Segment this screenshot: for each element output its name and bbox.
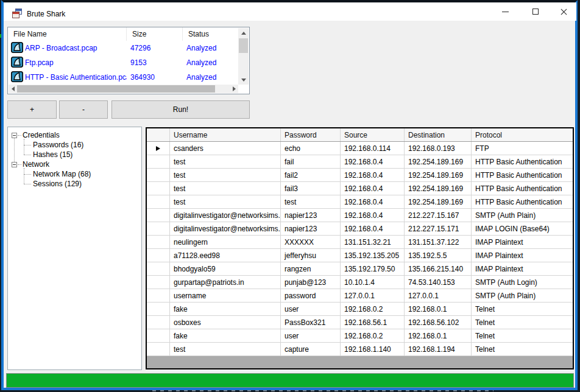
- grid-cell[interactable]: test: [170, 195, 281, 208]
- grid-cell[interactable]: a71128.eed98: [170, 249, 281, 262]
- grid-cell[interactable]: napier123: [281, 222, 341, 235]
- grid-cell[interactable]: SMTP (Auth Plain): [472, 209, 573, 222]
- tree-node-network[interactable]: Network: [10, 159, 141, 169]
- grid-cell[interactable]: 192.168.0.4: [341, 209, 405, 222]
- grid-cell[interactable]: 192.168.1.140: [341, 343, 405, 355]
- grid-cell[interactable]: 192.168.0.193: [405, 142, 472, 155]
- table-row[interactable]: osboxesPassBox321192.168.56.1192.168.56.…: [147, 316, 573, 329]
- column-header-protocol[interactable]: Protocol: [472, 128, 573, 141]
- minimize-button[interactable]: [495, 2, 515, 21]
- grid-cell[interactable]: test: [170, 182, 281, 195]
- tree-leaf-passwords[interactable]: Passwords (16): [24, 140, 141, 150]
- remove-file-button[interactable]: -: [59, 100, 108, 119]
- column-header-source[interactable]: Source: [341, 128, 405, 141]
- file-row[interactable]: Ftp.pcap9153Analyzed: [8, 55, 249, 70]
- table-row[interactable]: fakeuser192.168.0.2192.168.0.1Telnet: [147, 329, 573, 343]
- grid-cell[interactable]: IMAP Plaintext: [472, 249, 573, 262]
- collapse-minus-icon[interactable]: [12, 133, 17, 138]
- grid-cell[interactable]: Telnet: [472, 303, 573, 315]
- grid-cell[interactable]: password: [281, 289, 341, 302]
- grid-cell[interactable]: digitalinvestigator@networksims.com: [170, 222, 281, 235]
- grid-cell[interactable]: 192.168.0.114: [341, 142, 405, 155]
- grid-cell[interactable]: user: [281, 303, 341, 315]
- grid-cell[interactable]: 192.168.0.4: [341, 155, 405, 168]
- grid-cell[interactable]: bhodgyalo59: [170, 262, 281, 275]
- grid-cell[interactable]: HTTP Basic Authentication: [472, 169, 573, 181]
- add-file-button[interactable]: +: [7, 100, 57, 119]
- grid-cell[interactable]: 192.168.1.194: [405, 343, 472, 355]
- grid-cell[interactable]: HTTP Basic Authentication: [472, 155, 573, 168]
- column-header-password[interactable]: Password: [281, 128, 341, 141]
- row-selector-cell[interactable]: [147, 195, 170, 208]
- grid-cell[interactable]: echo: [281, 142, 341, 155]
- grid-cell[interactable]: 192.254.189.169: [405, 155, 472, 168]
- grid-cell[interactable]: 192.168.0.4: [341, 222, 405, 235]
- grid-cell[interactable]: 135.166.215.140: [405, 262, 472, 275]
- grid-cell[interactable]: 127.0.0.1: [405, 289, 472, 302]
- grid-cell[interactable]: neulingern: [170, 236, 281, 248]
- grid-cell[interactable]: napier123: [281, 209, 341, 222]
- grid-cell[interactable]: IMAP LOGIN (Base64): [472, 222, 573, 235]
- grid-cell[interactable]: SMTP (Auth Login): [472, 276, 573, 289]
- grid-cell[interactable]: 192.168.0.2: [341, 303, 405, 315]
- horizontal-scrollbar-thumb[interactable]: [17, 85, 215, 93]
- table-row[interactable]: digitalinvestigator@networksims.comnapie…: [147, 222, 573, 236]
- grid-cell[interactable]: fail: [281, 155, 341, 168]
- grid-cell[interactable]: username: [170, 289, 281, 302]
- table-row[interactable]: usernamepassword127.0.0.1127.0.0.1SMTP (…: [147, 289, 573, 303]
- file-row[interactable]: ARP - Broadcast.pcap47296Analyzed: [8, 41, 249, 55]
- grid-cell[interactable]: 135.192.179.50: [341, 262, 405, 275]
- row-selector-cell[interactable]: [147, 316, 170, 329]
- grid-cell[interactable]: HTTP Basic Authentication: [472, 195, 573, 208]
- grid-cell[interactable]: PassBox321: [281, 316, 341, 329]
- grid-cell[interactable]: 192.168.0.1: [405, 303, 472, 315]
- table-row[interactable]: testfail3192.168.0.4192.254.189.169HTTP …: [147, 182, 573, 195]
- grid-cell[interactable]: 192.168.0.2: [341, 329, 405, 342]
- grid-cell[interactable]: gurpartap@patriots.in: [170, 276, 281, 289]
- vertical-scrollbar-thumb[interactable]: [239, 38, 248, 53]
- table-row[interactable]: bhodgyalo59rangzen135.192.179.50135.166.…: [147, 262, 573, 276]
- grid-cell[interactable]: csanders: [170, 142, 281, 155]
- grid-cell[interactable]: osboxes: [170, 316, 281, 329]
- row-selector-cell[interactable]: [147, 169, 170, 181]
- grid-cell[interactable]: 131.151.37.122: [405, 236, 472, 248]
- grid-cell[interactable]: fake: [170, 303, 281, 315]
- chevron-right-icon[interactable]: [230, 85, 238, 93]
- grid-cell[interactable]: 192.168.0.4: [341, 182, 405, 195]
- grid-cell[interactable]: fake: [170, 329, 281, 342]
- table-row[interactable]: testfail2192.168.0.4192.254.189.169HTTP …: [147, 169, 573, 182]
- file-list-vertical-scrollbar[interactable]: [238, 28, 249, 85]
- row-selector-cell[interactable]: [147, 142, 170, 155]
- table-row[interactable]: a71128.eed98jefferyhsu135.192.135.205135…: [147, 249, 573, 262]
- grid-cell[interactable]: 212.227.15.171: [405, 222, 472, 235]
- grid-cell[interactable]: 135.192.135.205: [341, 249, 405, 262]
- grid-cell[interactable]: digitalinvestigator@networksims.com: [170, 209, 281, 222]
- row-selector-cell[interactable]: [147, 222, 170, 235]
- grid-cell[interactable]: fail3: [281, 182, 341, 195]
- column-header-username[interactable]: Username: [170, 128, 281, 141]
- table-row[interactable]: fakeuser192.168.0.2192.168.0.1Telnet: [147, 303, 573, 316]
- row-selector-cell[interactable]: [147, 209, 170, 222]
- row-selector-cell[interactable]: [147, 249, 170, 262]
- grid-cell[interactable]: 131.151.32.21: [341, 236, 405, 248]
- grid-cell[interactable]: FTP: [472, 142, 573, 155]
- grid-cell[interactable]: punjab@123: [281, 276, 341, 289]
- column-header-destination[interactable]: Destination: [405, 128, 472, 141]
- table-row[interactable]: csandersecho192.168.0.114192.168.0.193FT…: [147, 142, 573, 155]
- grid-cell[interactable]: user: [281, 329, 341, 342]
- grid-cell[interactable]: 192.168.0.4: [341, 195, 405, 208]
- titlebar[interactable]: Brute Shark: [4, 2, 576, 21]
- row-selector-cell[interactable]: [147, 262, 170, 275]
- table-row[interactable]: neulingernXXXXXX131.151.32.21131.151.37.…: [147, 236, 573, 249]
- close-button[interactable]: [553, 2, 574, 21]
- grid-cell[interactable]: 192.254.189.169: [405, 169, 472, 181]
- grid-cell[interactable]: 135.192.5.5: [405, 249, 472, 262]
- grid-cell[interactable]: IMAP Plaintext: [472, 236, 573, 248]
- grid-cell[interactable]: capture: [281, 343, 341, 355]
- tree-node-credentials[interactable]: Credentials: [10, 130, 141, 140]
- table-row[interactable]: gurpartap@patriots.inpunjab@12310.10.1.4…: [147, 276, 573, 289]
- grid-cell[interactable]: 74.53.140.153: [405, 276, 472, 289]
- grid-cell[interactable]: test: [170, 343, 281, 355]
- run-button[interactable]: Run!: [111, 100, 250, 119]
- grid-cell[interactable]: test: [170, 155, 281, 168]
